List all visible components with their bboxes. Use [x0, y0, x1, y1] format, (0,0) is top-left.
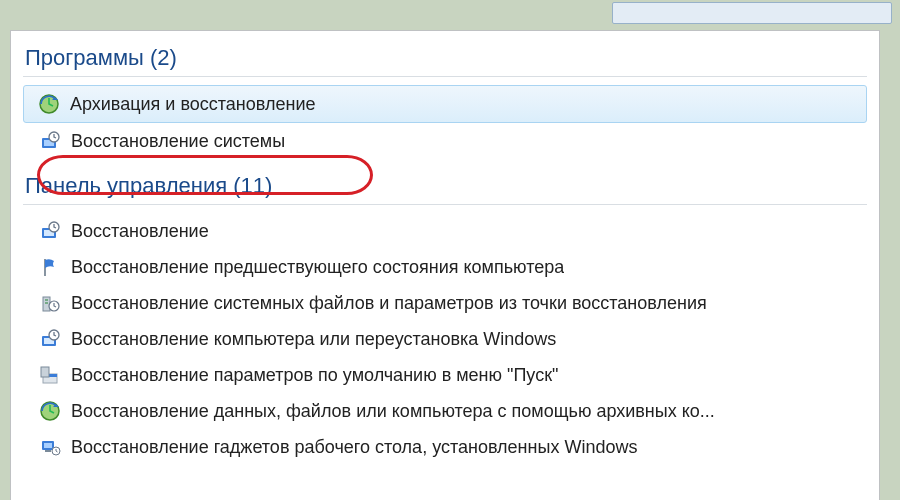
item-label: Восстановление гаджетов рабочего стола, …: [71, 433, 637, 461]
section-count: (11): [233, 173, 272, 198]
restore-point-icon: [39, 292, 61, 314]
item-restore-from-restore-point[interactable]: Восстановление системных файлов и параме…: [11, 285, 879, 321]
svg-rect-22: [44, 443, 52, 448]
svg-rect-11: [45, 302, 48, 304]
item-label: Восстановление компьютера или переустано…: [71, 325, 556, 353]
reinstall-icon: [39, 328, 61, 350]
start-menu-icon: [39, 364, 61, 386]
section-count: (2): [150, 45, 177, 70]
backup-restore-icon: [39, 400, 61, 422]
backup-restore-icon: [38, 93, 60, 115]
svg-rect-18: [41, 367, 49, 377]
gadgets-icon: [39, 436, 61, 458]
flag-icon: [39, 256, 61, 278]
item-label: Восстановление параметров по умолчанию в…: [71, 361, 558, 389]
section-header-programs: Программы (2): [11, 45, 879, 75]
item-system-restore[interactable]: Восстановление системы: [11, 123, 879, 159]
svg-rect-10: [45, 299, 48, 301]
control-panel-items: Восстановление Восстановление предшеству…: [11, 211, 879, 479]
svg-rect-23: [45, 450, 51, 452]
section-label: Панель управления: [25, 173, 227, 198]
item-backup-and-restore[interactable]: Архивация и восстановление: [23, 85, 867, 123]
section-label: Программы: [25, 45, 144, 70]
item-recovery[interactable]: Восстановление: [11, 213, 879, 249]
item-label: Архивация и восстановление: [70, 90, 315, 118]
programs-items: Архивация и восстановление Восстановлени…: [11, 83, 879, 173]
item-label: Восстановление системных файлов и параме…: [71, 289, 707, 317]
item-label: Восстановление: [71, 217, 209, 245]
item-restore-previous-state[interactable]: Восстановление предшествующего состояния…: [11, 249, 879, 285]
titlebar-fragment: [612, 2, 892, 24]
item-label: Восстановление предшествующего состояния…: [71, 253, 564, 281]
item-label: Восстановление системы: [71, 127, 285, 155]
recovery-icon: [39, 220, 61, 242]
search-results-window: Программы (2) Архивация и восстановление…: [10, 30, 880, 500]
item-restore-data-from-backup[interactable]: Восстановление данных, файлов или компью…: [11, 393, 879, 429]
item-label: Восстановление данных, файлов или компью…: [71, 397, 715, 425]
item-restore-desktop-gadgets[interactable]: Восстановление гаджетов рабочего стола, …: [11, 429, 879, 465]
item-reinstall-windows[interactable]: Восстановление компьютера или переустано…: [11, 321, 879, 357]
item-restore-start-menu-defaults[interactable]: Восстановление параметров по умолчанию в…: [11, 357, 879, 393]
section-header-control-panel: Панель управления (11): [11, 173, 879, 203]
system-restore-icon: [39, 130, 61, 152]
